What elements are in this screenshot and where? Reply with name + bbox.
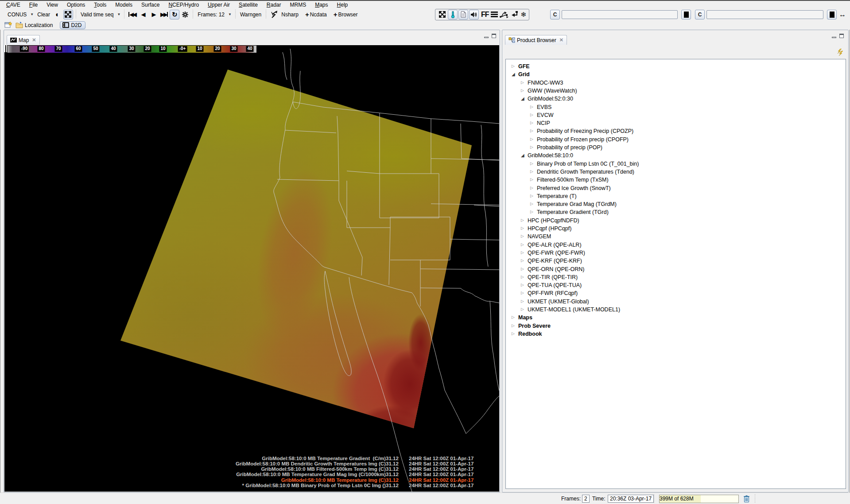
- loop-button[interactable]: ↻: [170, 10, 179, 19]
- tree-item-label[interactable]: QPE-TIR (QPE-TIR): [528, 274, 578, 280]
- tree-item-qpe-orn-qpe-orn[interactable]: ▷QPE-ORN (QPE-ORN): [506, 265, 846, 273]
- expand-arrow-icon[interactable]: ▷: [521, 250, 524, 255]
- localization-button[interactable]: Localization: [23, 22, 55, 28]
- tree-item-ukmet-model1-ukmet-model1[interactable]: ▷UKMET-MODEL1 (UKMET-MODEL1): [506, 306, 846, 314]
- tree-item-label[interactable]: QPE-KRF (QPE-KRF): [528, 258, 582, 264]
- menu-help[interactable]: Help: [333, 2, 353, 8]
- minimize-icon[interactable]: [832, 37, 836, 38]
- legend-line-name[interactable]: GribModel:58:10:0 MB Dendritic Growth Te…: [236, 461, 386, 466]
- snowflake-icon[interactable]: ❄: [521, 11, 527, 19]
- close-icon[interactable]: ✕: [31, 37, 36, 43]
- clear-text-button-2[interactable]: C: [695, 10, 705, 19]
- expand-arrow-icon[interactable]: ▷: [521, 283, 524, 287]
- tree-item-gfe[interactable]: ▷GFE: [506, 62, 846, 70]
- expand-arrow-icon[interactable]: ▷: [521, 267, 524, 271]
- tree-item-preferred-ice-growth-snowt[interactable]: ▷Preferred Ice Growth (SnowT): [506, 184, 846, 192]
- expand-arrow-icon[interactable]: ▷: [512, 64, 515, 68]
- tree-item-label[interactable]: Preferred Ice Growth (SnowT): [537, 185, 611, 191]
- tree-item-label[interactable]: Redbook: [518, 331, 542, 337]
- tree-item-label[interactable]: Temperature (T): [537, 193, 577, 199]
- tree-item-label[interactable]: GFE: [518, 63, 530, 70]
- legend-line-name[interactable]: * GribModel:58:10:0 MB Binary Prob of Te…: [236, 483, 386, 488]
- expand-arrow-icon[interactable]: ▷: [530, 202, 533, 206]
- tree-item-label[interactable]: GribModel:58:10:0: [528, 152, 573, 159]
- menu-satellite[interactable]: Satellite: [234, 2, 262, 8]
- resize-arrow-icon[interactable]: ↔: [839, 11, 846, 19]
- product-browser-tree[interactable]: ▷GFE◢Grid▷FNMOC-WW3▷GWW (WaveWatch)◢Grib…: [505, 59, 846, 489]
- tree-item-fnmoc-ww3[interactable]: ▷FNMOC-WW3: [506, 79, 846, 87]
- tree-item-navgem[interactable]: ▷NAVGEM: [506, 233, 846, 240]
- map-legend[interactable]: GribModel:58:10:0 MB Temperature Gradien…: [236, 456, 496, 488]
- scale-select[interactable]: CONUS: [5, 10, 29, 19]
- expand-arrow-icon[interactable]: ▷: [530, 137, 533, 141]
- tree-item-temperature-t[interactable]: ▷Temperature (T): [506, 192, 846, 200]
- expand-arrow-icon[interactable]: ▷: [521, 291, 524, 295]
- menu-mrms[interactable]: MRMS: [286, 2, 311, 8]
- tree-item-temperature-grad-mag-tgrdm[interactable]: ▷Temperature Grad Mag (TGrdM): [506, 200, 846, 208]
- tree-item-label[interactable]: Probability of Frozen precip (CPOFP): [537, 136, 629, 143]
- tree-item-label[interactable]: NCIP: [537, 120, 550, 126]
- image-properties-button[interactable]: ◐: [53, 10, 62, 19]
- expand-arrow-icon[interactable]: ▷: [530, 169, 533, 174]
- color-scale-bar[interactable]: -908070605040302010-0+10203040: [8, 46, 256, 53]
- zoom-extent-button[interactable]: [63, 10, 73, 19]
- tree-item-evbs[interactable]: ▷EVBS: [506, 103, 846, 111]
- expand-arrow-icon[interactable]: ▷: [530, 194, 533, 198]
- alert-audio-button[interactable]: [469, 10, 479, 19]
- expand-arrow-icon[interactable]: ▷: [530, 161, 533, 166]
- tree-item-label[interactable]: GribModel:52:0:30: [528, 96, 573, 102]
- expand-arrow-icon[interactable]: ▷: [521, 226, 524, 230]
- tree-item-label[interactable]: Grid: [518, 71, 530, 78]
- frames-select-caret[interactable]: ▼: [227, 12, 233, 16]
- time-options-caret[interactable]: ▼: [116, 12, 122, 16]
- first-frame-button[interactable]: ◀◀: [127, 10, 137, 19]
- tree-item-label[interactable]: UKMET (UKMET-Global): [528, 299, 589, 305]
- last-frame-button[interactable]: ▶▶: [159, 10, 169, 19]
- minimize-icon[interactable]: [484, 37, 489, 38]
- tree-item-gribmodel-52-0-30[interactable]: ◢GribModel:52:0:30: [506, 95, 846, 103]
- points-tool-icon[interactable]: [512, 11, 518, 18]
- tree-item-label[interactable]: QPF-FWR (RFCqpf): [528, 290, 578, 296]
- warning-text-field-1[interactable]: [562, 10, 678, 19]
- pan-zoom-button[interactable]: [437, 10, 447, 19]
- menu-lines-icon[interactable]: [491, 11, 498, 18]
- tree-item-hpcqpf-hpcqpf[interactable]: ▷HPCqpf (HPCqpf): [506, 225, 846, 233]
- legend-line-name[interactable]: GribModel:58:10:0 MB Temperature Img (C): [236, 477, 386, 483]
- menu-tools[interactable]: Tools: [89, 2, 111, 8]
- expand-arrow-icon[interactable]: ▷: [521, 299, 524, 303]
- step-forward-button[interactable]: ▶: [148, 10, 158, 19]
- menu-cave[interactable]: CAVE: [2, 2, 25, 8]
- expand-arrow-icon[interactable]: ▷: [512, 331, 515, 336]
- legend-line-name[interactable]: GribModel:58:10:0 MB Filtered-500km Temp…: [236, 466, 386, 472]
- collapse-arrow-icon[interactable]: ◢: [521, 153, 524, 158]
- expand-arrow-icon[interactable]: ▷: [521, 242, 524, 247]
- tree-item-qpe-tir-qpe-tir[interactable]: ▷QPE-TIR (QPE-TIR): [506, 273, 846, 281]
- menu-radar[interactable]: Radar: [262, 2, 286, 8]
- open-perspective-icon[interactable]: [4, 22, 12, 28]
- time-settings-gear-button[interactable]: [180, 10, 190, 19]
- clear-button[interactable]: Clear: [35, 10, 52, 19]
- tree-item-label[interactable]: QPE-ALR (QPE-ALR): [528, 242, 582, 248]
- tree-item-label[interactable]: HPCqpf (HPCqpf): [528, 225, 571, 232]
- localization-folder-icon[interactable]: [16, 22, 23, 28]
- tree-item-label[interactable]: GWW (WaveWatch): [528, 88, 577, 94]
- expand-arrow-icon[interactable]: ▷: [521, 218, 524, 222]
- ncdata-button[interactable]: Ncdata: [309, 10, 329, 19]
- tree-item-qpe-alr-qpe-alr[interactable]: ▷QPE-ALR (QPE-ALR): [506, 241, 846, 249]
- expand-arrow-icon[interactable]: ▷: [530, 128, 533, 133]
- maximize-icon[interactable]: [492, 34, 496, 38]
- expand-arrow-icon[interactable]: ▷: [530, 120, 533, 125]
- map-canvas[interactable]: -908070605040302010-0+10203040 GribModel…: [4, 45, 499, 492]
- menu-upper-air[interactable]: Upper Air: [203, 2, 234, 8]
- heap-status-widget[interactable]: 399M of 628M: [659, 495, 739, 503]
- tree-item-qpe-krf-qpe-krf[interactable]: ▷QPE-KRF (QPE-KRF): [506, 257, 846, 265]
- expand-arrow-icon[interactable]: ▷: [521, 234, 524, 238]
- tree-item-hpc-hpcqpfndfd[interactable]: ▷HPC (HPCqpfNDFD): [506, 217, 846, 225]
- map-tab[interactable]: Map ✕: [7, 35, 40, 45]
- tree-item-dendritic-growth-temperatures-tdend[interactable]: ▷Dendritic Growth Temperatures (Tdend): [506, 168, 846, 176]
- tree-item-label[interactable]: Probability of Freezing Precip (CPOZP): [537, 128, 633, 134]
- refresh-bolts-icon[interactable]: [837, 49, 843, 56]
- tree-item-prob-severe[interactable]: ▷Prob Severe: [506, 322, 846, 330]
- tree-item-qpe-tua-qpe-tua[interactable]: ▷QPE-TUA (QPE-TUA): [506, 281, 846, 289]
- expand-arrow-icon[interactable]: ▷: [530, 186, 533, 190]
